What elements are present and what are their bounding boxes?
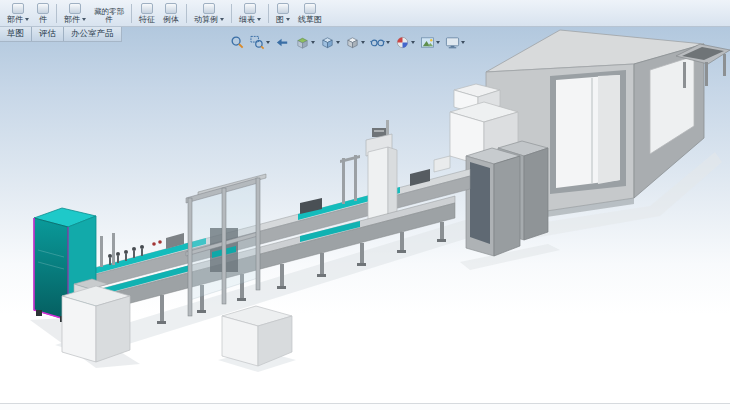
ribbon-item-label: 图	[276, 15, 284, 24]
zoom-area-icon	[250, 35, 265, 50]
chevron-down-icon	[336, 41, 340, 44]
chevron-down-icon	[266, 41, 270, 44]
viewport-bottom-border	[0, 403, 730, 410]
heads-up-view-toolbar	[228, 31, 467, 53]
chevron-down-icon	[386, 41, 390, 44]
ribbon-item-label: 部件	[7, 15, 23, 24]
ribbon-item-label: 例体	[163, 15, 179, 24]
ribbon-item-0[interactable]: 部件	[3, 0, 33, 26]
ribbon-icon	[141, 3, 153, 14]
ribbon-item-6[interactable]: 动算例	[190, 0, 228, 26]
section-view-icon	[295, 35, 310, 50]
ribbon-icon	[69, 3, 81, 14]
ribbon-item-label: 件	[39, 15, 47, 24]
previous-view-button[interactable]	[273, 31, 292, 53]
previous-view-icon	[275, 35, 290, 50]
ribbon-item-9[interactable]: 线草图	[294, 0, 326, 26]
ribbon-item-5[interactable]: 例体	[159, 0, 183, 26]
ribbon-separator	[131, 4, 132, 23]
command-tab-strip: 草图 评估 办公室产品	[0, 27, 122, 42]
edit-appearance-icon	[395, 35, 410, 50]
display-style-icon	[345, 35, 360, 50]
ribbon-item-label: 动算例	[194, 15, 218, 24]
chevron-down-icon	[461, 41, 465, 44]
apply-scene-button[interactable]	[418, 31, 442, 53]
ribbon-separator	[268, 4, 269, 23]
chevron-down-icon	[411, 41, 415, 44]
ribbon-icon	[12, 3, 24, 14]
tab-label: 办公室产品	[71, 28, 114, 40]
ribbon-separator	[231, 4, 232, 23]
view-orientation-button[interactable]	[318, 31, 342, 53]
chevron-down-icon	[286, 18, 290, 21]
tab-sketch[interactable]: 草图	[0, 27, 32, 41]
chevron-down-icon	[82, 18, 86, 21]
ribbon-separator	[56, 4, 57, 23]
tab-label: 评估	[39, 28, 56, 40]
ribbon-icon	[37, 3, 49, 14]
hide-show-items-icon	[370, 35, 385, 50]
ribbon-icon	[203, 3, 215, 14]
ribbon-item-4[interactable]: 特征	[135, 0, 159, 26]
chevron-down-icon	[436, 41, 440, 44]
hide-show-items-button[interactable]	[368, 31, 392, 53]
edit-appearance-button[interactable]	[393, 31, 417, 53]
ribbon-separator	[186, 4, 187, 23]
zoom-fit-button[interactable]	[228, 31, 247, 53]
electrical-cabinets[interactable]	[466, 141, 548, 256]
view-settings-icon	[445, 35, 460, 50]
main-conveyor-back-rail[interactable]	[86, 169, 470, 290]
ribbon-item-1[interactable]: 件	[33, 0, 53, 26]
ribbon-item-label: 藏的零部件	[94, 8, 124, 24]
command-ribbon: 部件 件 部件 藏的零部件 特征 例体 动算例 细表 图 线草图	[0, 0, 730, 27]
ribbon-item-label: 部件	[64, 15, 80, 24]
ribbon-icon	[244, 3, 256, 14]
zoom-area-button[interactable]	[248, 31, 272, 53]
chevron-down-icon	[311, 41, 315, 44]
ribbon-icon	[304, 3, 316, 14]
view-orientation-icon	[320, 35, 335, 50]
ribbon-icon	[165, 3, 177, 14]
apply-scene-icon	[420, 35, 435, 50]
chevron-down-icon	[257, 18, 261, 21]
ribbon-item-8[interactable]: 图	[272, 0, 294, 26]
ribbon-item-label: 特征	[139, 15, 155, 24]
tab-evaluate[interactable]: 评估	[32, 27, 64, 41]
ribbon-item-label: 线草图	[298, 15, 322, 24]
section-view-button[interactable]	[293, 31, 317, 53]
ribbon-item-2[interactable]: 部件	[60, 0, 90, 26]
tab-label: 草图	[7, 28, 24, 40]
viewport-3d-scene	[0, 0, 730, 410]
chevron-down-icon	[220, 18, 224, 21]
zoom-fit-icon	[230, 35, 245, 50]
ribbon-icon	[277, 3, 289, 14]
tab-office-products[interactable]: 办公室产品	[64, 27, 121, 41]
ribbon-item-3[interactable]: 藏的零部件	[90, 0, 128, 26]
display-style-button[interactable]	[343, 31, 367, 53]
ribbon-item-7[interactable]: 细表	[235, 0, 265, 26]
view-settings-button[interactable]	[443, 31, 467, 53]
ribbon-item-label: 细表	[239, 15, 255, 24]
chevron-down-icon	[25, 18, 29, 21]
chevron-down-icon	[361, 41, 365, 44]
